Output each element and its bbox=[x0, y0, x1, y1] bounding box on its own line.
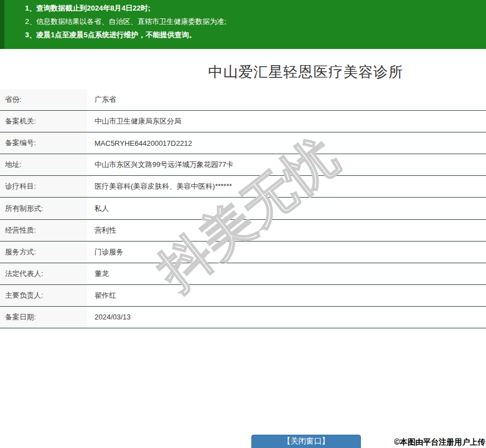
row-label: 备案日期: bbox=[0, 307, 87, 328]
notice-bar: 1、查询数据截止到2024年8月4日22时; 2、信息数据结果以各省、自治区、直… bbox=[0, 0, 486, 49]
notice-line-3: 3、凌晨1点至凌晨5点系统进行维护，不能提供查询。 bbox=[25, 28, 486, 42]
close-window-button[interactable]: 【关闭窗口】 bbox=[251, 435, 361, 448]
row-value: 2024/03/13 bbox=[87, 307, 486, 328]
row-label: 主要负责人: bbox=[0, 285, 87, 306]
row-label: 所有制形式: bbox=[0, 198, 87, 219]
row-label: 省份: bbox=[0, 89, 87, 110]
table-row-filing-number: 备案编号: MAC5RYHE644200017D2212 bbox=[0, 132, 486, 154]
row-label: 经营性质: bbox=[0, 220, 87, 241]
row-value: 营利性 bbox=[87, 220, 486, 241]
table-row-province: 省份: 广东省 bbox=[0, 89, 486, 111]
row-value: 中山市卫生健康局东区分局 bbox=[87, 111, 486, 132]
table-row-filing-date: 备案日期: 2024/03/13 bbox=[0, 307, 486, 328]
row-value: 中山市东区兴文路99号远洋城万象花园77卡 bbox=[87, 154, 486, 175]
table-row-legal-representative: 法定代表人: 董龙 bbox=[0, 263, 486, 285]
row-value: 医疗美容科(美容皮肤科、美容中医科)****** bbox=[87, 176, 486, 197]
row-label: 地址: bbox=[0, 154, 87, 175]
info-table: 省份: 广东省 备案机关: 中山市卫生健康局东区分局 备案编号: MAC5RYH… bbox=[0, 89, 486, 328]
table-row-service-mode: 服务方式: 门诊服务 bbox=[0, 242, 486, 263]
row-value: 董龙 bbox=[87, 263, 486, 284]
row-label: 备案编号: bbox=[0, 132, 87, 154]
notice-line-1: 1、查询数据截止到2024年8月4日22时; bbox=[25, 2, 486, 15]
notice-line-2: 2、信息数据结果以各省、自治区、直辖市卫生健康委数据为准; bbox=[25, 15, 486, 28]
row-value: 翟作红 bbox=[87, 285, 486, 306]
page-title: 中山爱汇星轻恩医疗美容诊所 bbox=[0, 62, 486, 81]
table-row-business-nature: 经营性质: 营利性 bbox=[0, 220, 486, 242]
table-row-medical-subjects: 诊疗科目: 医疗美容科(美容皮肤科、美容中医科)****** bbox=[0, 176, 486, 198]
row-label: 备案机关: bbox=[0, 111, 87, 132]
page: { "notices": [ "1、查询数据截止到2024年8月4日22时;",… bbox=[0, 0, 486, 448]
notice-bar-left-edge bbox=[0, 0, 4, 49]
table-row-main-person-in-charge: 主要负责人: 翟作红 bbox=[0, 285, 486, 307]
row-label: 诊疗科目: bbox=[0, 176, 87, 197]
row-value: MAC5RYHE644200017D2212 bbox=[87, 132, 486, 154]
row-label: 法定代表人: bbox=[0, 263, 87, 284]
table-row-address: 地址: 中山市东区兴文路99号远洋城万象花园77卡 bbox=[0, 154, 486, 176]
row-label: 服务方式: bbox=[0, 242, 87, 263]
row-value: 门诊服务 bbox=[87, 242, 486, 263]
table-row-filing-authority: 备案机关: 中山市卫生健康局东区分局 bbox=[0, 111, 486, 132]
table-row-ownership-form: 所有制形式: 私人 bbox=[0, 198, 486, 219]
row-value: 私人 bbox=[87, 198, 486, 219]
copyright-watermark: ©本图由平台注册用户上传 bbox=[394, 437, 485, 447]
row-value: 广东省 bbox=[87, 89, 486, 110]
